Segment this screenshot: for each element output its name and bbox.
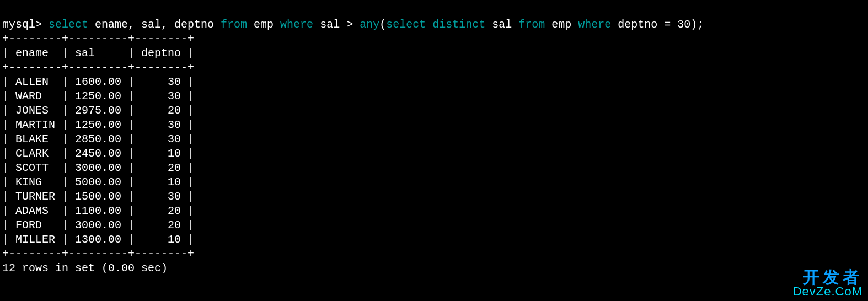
sql-table: emp: [247, 18, 280, 31]
kw-where: where: [280, 18, 313, 31]
kw-from2: from: [518, 18, 545, 31]
sql-cond1: sal >: [313, 18, 360, 31]
terminal-output: mysql> select ename, sal, deptno from em…: [0, 0, 868, 279]
sql-columns: ename, sal, deptno: [88, 18, 221, 31]
kw-select2: select: [386, 18, 426, 31]
mysql-prompt: mysql>: [2, 18, 49, 31]
table-border-mid: +--------+---------+--------+: [2, 61, 194, 74]
watermark-line2: DevZe.CoM: [793, 286, 862, 298]
kw-where2: where: [578, 18, 611, 31]
status-line: 12 rows in set (0.00 sec): [2, 262, 168, 275]
sql-command-line: mysql> select ename, sal, deptno from em…: [2, 18, 704, 31]
paren-open: (: [379, 18, 386, 31]
sql-cond2: deptno = 30);: [611, 18, 704, 31]
kw-any: any: [360, 18, 379, 31]
sql-col2: sal: [485, 18, 518, 31]
table-border-bottom: +--------+---------+--------+: [2, 248, 194, 260]
kw-from: from: [221, 18, 247, 31]
kw-select: select: [49, 18, 88, 31]
sql-tbl2: emp: [545, 18, 578, 31]
kw-distinct: distinct: [426, 18, 485, 31]
table-border-top: +--------+---------+--------+: [2, 33, 194, 45]
table-header-row: | ename | sal | deptno |: [2, 47, 194, 60]
table-body: | ALLEN | 1600.00 | 30 | | WARD | 1250.0…: [2, 76, 194, 246]
